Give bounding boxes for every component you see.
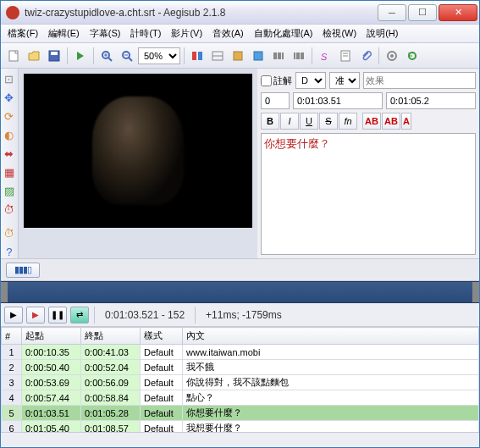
window-title: twiz-crazystupidlove-a.cht.srt - Aegisub…: [25, 7, 378, 19]
svg-rect-16: [273, 53, 277, 59]
table-row[interactable]: 20:00:50.400:00:52.04Default我不餓: [2, 360, 479, 375]
save-file-button[interactable]: [45, 47, 63, 65]
titlebar: twiz-crazystupidlove-a.cht.srt - Aegisub…: [1, 1, 479, 25]
table-row[interactable]: 60:01:05.400:01:08.57Default我想要什麼？: [2, 421, 479, 433]
svg-line-8: [129, 58, 132, 61]
stopwatch-icon[interactable]: ⏱: [3, 226, 16, 240]
rotate-xy-icon[interactable]: ◐: [3, 128, 16, 141]
jump-button[interactable]: [71, 47, 90, 65]
new-file-button[interactable]: [4, 47, 23, 65]
video-frame[interactable]: [24, 74, 252, 228]
svg-rect-10: [192, 52, 196, 60]
actor-select[interactable]: 准: [329, 72, 360, 89]
app-window: twiz-crazystupidlove-a.cht.srt - Aegisub…: [0, 0, 480, 448]
table-row[interactable]: 10:00:10.350:00:41.03Defaultwww.itaiwan.…: [2, 345, 479, 360]
svg-line-4: [108, 58, 112, 61]
italic-button[interactable]: I: [280, 113, 299, 130]
tool-e-button[interactable]: [269, 47, 288, 65]
svg-rect-15: [254, 52, 262, 60]
table-row[interactable]: 40:00:57.440:00:58.84Default點心？: [2, 390, 479, 406]
layer-input[interactable]: 0: [261, 92, 290, 109]
color1-button[interactable]: AB: [362, 113, 381, 130]
reset-icon[interactable]: ⊡: [3, 72, 16, 86]
comment-checkbox[interactable]: 註解: [261, 75, 292, 87]
play-button[interactable]: ▶: [4, 307, 23, 324]
svg-rect-2: [51, 52, 58, 55]
svg-rect-18: [282, 53, 284, 59]
properties-button[interactable]: [336, 47, 355, 65]
video-area: [19, 69, 257, 258]
volume-button[interactable]: ▮▮▮▯: [6, 263, 40, 278]
subtitle-grid[interactable]: #起點終點樣式內文10:00:10.350:00:41.03Defaultwww…: [1, 327, 479, 432]
svg-rect-17: [278, 53, 281, 59]
vector-clip-icon[interactable]: ▨: [3, 184, 16, 197]
waveform-area[interactable]: [1, 281, 479, 303]
close-button[interactable]: ✕: [439, 4, 477, 21]
maximize-button[interactable]: ☐: [408, 4, 437, 21]
strike-button[interactable]: S: [319, 113, 338, 130]
table-row[interactable]: 50:01:03.510:01:05.28Default你想要什麼？: [2, 406, 479, 421]
bold-button[interactable]: B: [261, 113, 279, 130]
menu-item[interactable]: 編輯(E): [45, 25, 83, 41]
scale-icon[interactable]: ⬌: [3, 147, 16, 160]
pause-button[interactable]: ❚❚: [48, 307, 67, 324]
zoom-out-button[interactable]: [118, 47, 136, 65]
underline-button[interactable]: U: [300, 113, 318, 130]
color3-button[interactable]: A: [401, 113, 411, 130]
side-toolbar: ⊡ ✥ ⟳ ◐ ⬌ ▦ ▨ ⏱ ⏱ ?: [1, 69, 19, 258]
svg-rect-11: [198, 52, 202, 60]
edit-panel: 註解 D 准 0 0:01:03.51 0:01:05.2 B I U S fn…: [257, 69, 479, 258]
rotate-z-icon[interactable]: ⟳: [3, 109, 16, 123]
position-text: 0:01:03.521 - 152: [100, 309, 190, 321]
tool-f-button[interactable]: [290, 47, 308, 65]
move-icon[interactable]: ✥: [3, 91, 16, 104]
column-header[interactable]: 終點: [81, 328, 141, 345]
svg-point-27: [390, 54, 394, 58]
audio-toolbar: ▮▮▮▯: [1, 259, 479, 281]
timer-icon[interactable]: ⏱: [3, 202, 16, 216]
column-header[interactable]: #: [2, 328, 22, 345]
menu-item[interactable]: 檢視(W): [319, 25, 360, 41]
main-toolbar: 50% S: [1, 43, 479, 69]
toggle-autoscroll-button[interactable]: ⇄: [70, 307, 89, 324]
tool-d-button[interactable]: [249, 47, 268, 65]
clip-icon[interactable]: ▦: [3, 165, 16, 179]
tool-b-button[interactable]: [208, 47, 227, 65]
menu-item[interactable]: 計時(T): [127, 25, 164, 41]
font-button[interactable]: fn: [339, 113, 357, 130]
minimize-button[interactable]: ─: [378, 4, 406, 21]
tool-c-button[interactable]: [229, 47, 247, 65]
attachment-button[interactable]: [356, 47, 375, 65]
column-header[interactable]: 起點: [22, 328, 81, 345]
end-time-input[interactable]: 0:01:05.2: [386, 92, 476, 109]
style-manager-button[interactable]: S: [316, 47, 334, 65]
menu-item[interactable]: 字幕(S): [86, 25, 124, 41]
menu-item[interactable]: 影片(V): [168, 25, 206, 41]
svg-rect-0: [9, 51, 18, 61]
status-bar: [1, 432, 479, 447]
menu-item[interactable]: 檔案(F): [4, 25, 41, 41]
menu-item[interactable]: 說明(H): [363, 25, 401, 41]
play-line-button[interactable]: ▶: [26, 307, 45, 324]
subtitle-text-input[interactable]: 你想要什麼？: [261, 133, 476, 255]
tool-a-button[interactable]: [188, 47, 207, 65]
transport-bar: ▶ ▶ ❚❚ ⇄ 0:01:03.521 - 152 +11ms; -1759m…: [1, 303, 479, 327]
open-file-button[interactable]: [25, 47, 43, 65]
menubar: 檔案(F)編輯(E)字幕(S)計時(T)影片(V)音效(A)自動化處理(A)檢視…: [1, 25, 479, 43]
svg-rect-21: [301, 53, 304, 59]
color2-button[interactable]: AB: [382, 113, 400, 130]
column-header[interactable]: 樣式: [141, 328, 183, 345]
style-select[interactable]: D: [295, 72, 326, 89]
zoom-select[interactable]: 50%: [138, 47, 180, 64]
start-time-input[interactable]: 0:01:03.51: [293, 92, 383, 109]
effect-input[interactable]: [363, 72, 476, 89]
cycle-button[interactable]: [403, 47, 422, 65]
help-icon[interactable]: ?: [3, 245, 16, 258]
menu-item[interactable]: 自動化處理(A): [251, 25, 317, 41]
table-row[interactable]: 30:00:53.690:00:56.09Default你說得對，我不該點麵包: [2, 375, 479, 390]
menu-item[interactable]: 音效(A): [209, 25, 247, 41]
settings-button[interactable]: [383, 47, 401, 65]
zoom-in-button[interactable]: [97, 47, 116, 65]
offset-text: +11ms; -1759ms: [201, 309, 287, 321]
column-header[interactable]: 內文: [183, 328, 479, 345]
